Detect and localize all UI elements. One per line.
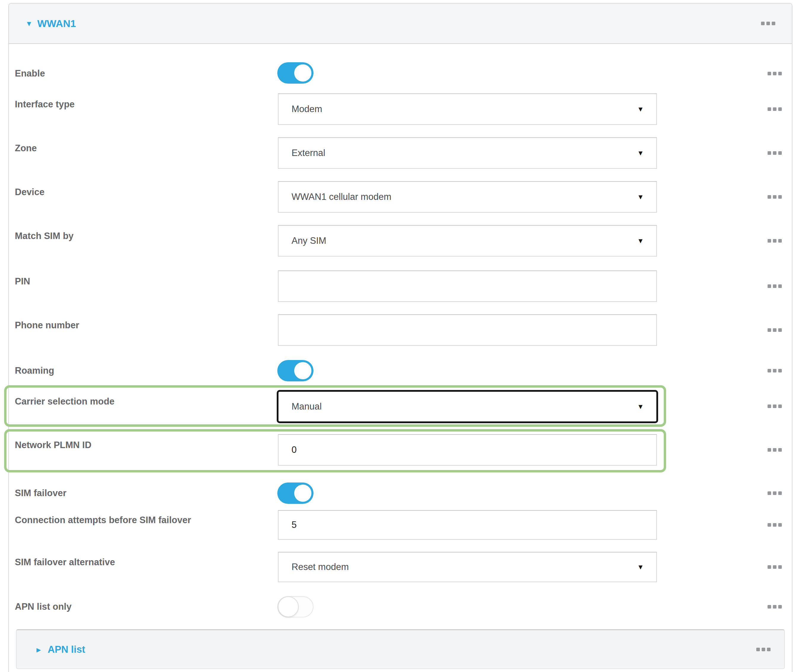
match-sim-by-select[interactable]: Any SIM ▼ <box>278 225 657 256</box>
toggle-knob <box>278 596 299 617</box>
zone-menu-icon[interactable] <box>767 151 782 155</box>
sim-failover-toggle[interactable] <box>277 483 314 504</box>
device-menu-icon[interactable] <box>767 195 782 199</box>
collapse-triangle-icon: ▼ <box>26 19 33 27</box>
wwan1-panel: ▼ WWAN1 Enable Interface type Modem ▼ Zo… <box>8 3 793 672</box>
carrier-selection-mode-label: Carrier selection mode <box>15 396 114 407</box>
apn-list-section-label: APN list <box>48 644 85 655</box>
phone-number-label: Phone number <box>15 320 79 331</box>
connection-attempts-menu-icon[interactable] <box>767 523 782 527</box>
apn-list-section: ► APN list <box>16 629 785 669</box>
apn-list-expand-header[interactable]: ► APN list <box>35 644 85 655</box>
panel-title: WWAN1 <box>37 18 76 29</box>
expand-triangle-icon: ► <box>35 645 42 654</box>
zone-label: Zone <box>15 143 37 154</box>
enable-menu-icon[interactable] <box>767 72 782 75</box>
interface-type-value: Modem <box>291 104 322 114</box>
wwan1-collapse-header[interactable]: ▼ WWAN1 <box>26 18 76 29</box>
match-sim-by-value: Any SIM <box>291 235 326 246</box>
pin-menu-icon[interactable] <box>767 285 782 288</box>
roaming-menu-icon[interactable] <box>767 369 782 373</box>
network-plmn-id-label: Network PLMN ID <box>15 440 91 450</box>
chevron-down-icon: ▼ <box>637 403 644 410</box>
enable-toggle[interactable] <box>277 62 314 84</box>
roaming-label: Roaming <box>15 365 54 376</box>
sim-failover-menu-icon[interactable] <box>767 491 782 495</box>
sim-failover-alternative-label: SIM failover alternative <box>15 557 115 568</box>
chevron-down-icon: ▼ <box>637 150 644 157</box>
pin-input[interactable] <box>278 270 657 302</box>
apn-list-menu-icon[interactable] <box>756 648 770 651</box>
apn-list-only-toggle[interactable] <box>277 596 314 618</box>
zone-value: External <box>291 148 325 158</box>
device-value: WWAN1 cellular modem <box>291 192 391 202</box>
carrier-selection-mode-value: Manual <box>291 401 322 412</box>
interface-type-label: Interface type <box>15 99 75 110</box>
enable-label: Enable <box>15 68 45 79</box>
carrier-selection-mode-menu-icon[interactable] <box>767 405 782 408</box>
apn-list-only-menu-icon[interactable] <box>767 605 782 608</box>
chevron-down-icon: ▼ <box>637 194 644 200</box>
toggle-knob <box>292 483 313 504</box>
network-plmn-id-input[interactable] <box>278 434 657 466</box>
toggle-knob <box>292 360 313 381</box>
interface-type-select[interactable]: Modem ▼ <box>278 93 657 125</box>
chevron-down-icon: ▼ <box>637 238 644 244</box>
toggle-knob <box>292 62 313 83</box>
sim-failover-alternative-menu-icon[interactable] <box>767 565 782 569</box>
device-select[interactable]: WWAN1 cellular modem ▼ <box>278 181 657 213</box>
connection-attempts-input[interactable] <box>278 510 657 540</box>
carrier-selection-mode-select[interactable]: Manual ▼ <box>277 390 658 423</box>
roaming-toggle[interactable] <box>277 360 314 381</box>
zone-select[interactable]: External ▼ <box>278 137 657 169</box>
panel-menu-icon[interactable] <box>761 22 775 25</box>
wwan1-panel-header[interactable]: ▼ WWAN1 <box>9 3 792 44</box>
match-sim-by-menu-icon[interactable] <box>767 239 782 243</box>
connection-attempts-label: Connection attempts before SIM failover <box>15 515 191 525</box>
chevron-down-icon: ▼ <box>637 564 644 571</box>
sim-failover-label: SIM failover <box>15 488 66 499</box>
device-label: Device <box>15 187 45 197</box>
network-plmn-id-menu-icon[interactable] <box>767 448 782 452</box>
phone-number-menu-icon[interactable] <box>767 328 782 332</box>
phone-number-input[interactable] <box>278 314 657 346</box>
wwan1-settings-page: ▼ WWAN1 Enable Interface type Modem ▼ Zo… <box>0 0 799 672</box>
sim-failover-alternative-value: Reset modem <box>291 562 349 572</box>
pin-label: PIN <box>15 276 30 287</box>
chevron-down-icon: ▼ <box>637 106 644 113</box>
sim-failover-alternative-select[interactable]: Reset modem ▼ <box>278 552 657 582</box>
apn-list-only-label: APN list only <box>15 602 72 612</box>
match-sim-by-label: Match SIM by <box>15 231 74 242</box>
interface-type-menu-icon[interactable] <box>767 107 782 111</box>
